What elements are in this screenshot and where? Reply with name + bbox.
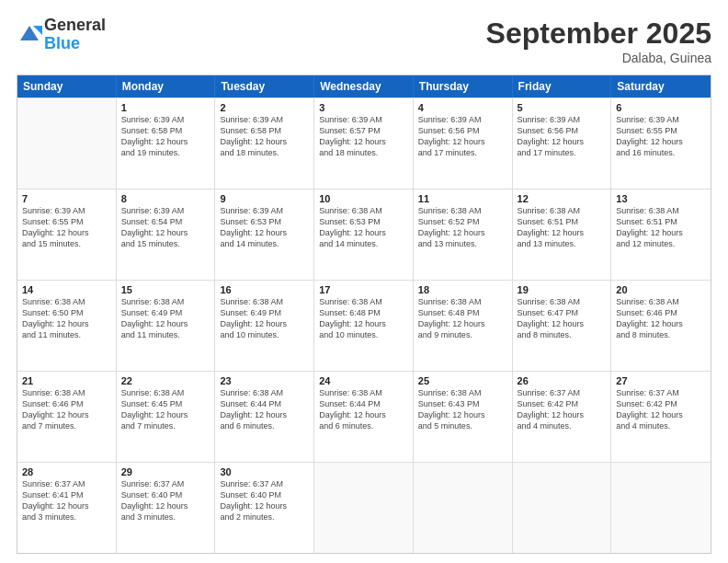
sun-info: Sunrise: 6:38 AMSunset: 6:48 PMDaylight:… — [418, 296, 507, 341]
sun-info: Sunrise: 6:38 AMSunset: 6:46 PMDaylight:… — [22, 387, 111, 432]
calendar-cell: 12Sunrise: 6:38 AMSunset: 6:51 PMDayligh… — [513, 190, 612, 280]
day-number: 14 — [22, 284, 111, 295]
calendar-cell — [414, 463, 513, 553]
sun-info: Sunrise: 6:37 AMSunset: 6:40 PMDaylight:… — [220, 478, 309, 523]
day-number: 10 — [319, 193, 408, 204]
sun-info: Sunrise: 6:38 AMSunset: 6:47 PMDaylight:… — [518, 296, 607, 341]
day-number: 25 — [418, 375, 507, 386]
logo-icon — [17, 22, 42, 48]
weekday-header-wednesday: Wednesday — [314, 75, 414, 98]
calendar-cell: 1Sunrise: 6:39 AMSunset: 6:58 PMDaylight… — [117, 98, 216, 189]
calendar-cell: 15Sunrise: 6:38 AMSunset: 6:49 PMDayligh… — [117, 281, 216, 371]
day-number: 2 — [220, 102, 309, 113]
sun-info: Sunrise: 6:37 AMSunset: 6:42 PMDaylight:… — [616, 387, 706, 432]
logo-general-text: General — [44, 17, 106, 35]
calendar-cell — [314, 463, 414, 553]
day-number: 8 — [121, 193, 210, 204]
day-number: 23 — [220, 375, 309, 386]
calendar-cell: 5Sunrise: 6:39 AMSunset: 6:56 PMDaylight… — [513, 98, 612, 189]
calendar-cell — [17, 98, 117, 189]
calendar-row-2: 7Sunrise: 6:39 AMSunset: 6:55 PMDaylight… — [17, 189, 711, 280]
calendar-cell: 30Sunrise: 6:37 AMSunset: 6:40 PMDayligh… — [215, 463, 314, 553]
calendar-cell — [513, 463, 612, 553]
weekday-header-friday: Friday — [513, 75, 612, 98]
logo-text: General Blue — [44, 17, 106, 53]
weekday-header-monday: Monday — [117, 75, 216, 98]
calendar-body: 1Sunrise: 6:39 AMSunset: 6:58 PMDaylight… — [17, 98, 711, 553]
calendar-page: General Blue September 2025 Dalaba, Guin… — [0, 0, 728, 563]
sun-info: Sunrise: 6:39 AMSunset: 6:57 PMDaylight:… — [319, 114, 408, 159]
calendar-cell: 2Sunrise: 6:39 AMSunset: 6:58 PMDaylight… — [215, 98, 314, 189]
sun-info: Sunrise: 6:38 AMSunset: 6:52 PMDaylight:… — [418, 205, 507, 250]
sun-info: Sunrise: 6:39 AMSunset: 6:58 PMDaylight:… — [220, 114, 309, 159]
sun-info: Sunrise: 6:38 AMSunset: 6:43 PMDaylight:… — [418, 387, 507, 432]
sun-info: Sunrise: 6:38 AMSunset: 6:49 PMDaylight:… — [121, 296, 210, 341]
sun-info: Sunrise: 6:39 AMSunset: 6:56 PMDaylight:… — [518, 114, 607, 159]
day-number: 30 — [220, 466, 309, 477]
day-number: 6 — [616, 102, 706, 113]
title-block: September 2025 Dalaba, Guinea — [486, 17, 711, 65]
sun-info: Sunrise: 6:37 AMSunset: 6:42 PMDaylight:… — [518, 387, 607, 432]
calendar-row-4: 21Sunrise: 6:38 AMSunset: 6:46 PMDayligh… — [17, 371, 711, 462]
calendar-cell: 23Sunrise: 6:38 AMSunset: 6:44 PMDayligh… — [215, 372, 314, 462]
sun-info: Sunrise: 6:38 AMSunset: 6:48 PMDaylight:… — [319, 296, 408, 341]
day-number: 29 — [121, 466, 210, 477]
sun-info: Sunrise: 6:39 AMSunset: 6:53 PMDaylight:… — [220, 205, 309, 250]
weekday-header-saturday: Saturday — [611, 75, 711, 98]
calendar-cell: 3Sunrise: 6:39 AMSunset: 6:57 PMDaylight… — [314, 98, 414, 189]
month-title: September 2025 — [486, 17, 711, 51]
sun-info: Sunrise: 6:39 AMSunset: 6:58 PMDaylight:… — [121, 114, 210, 159]
day-number: 22 — [121, 375, 210, 386]
sun-info: Sunrise: 6:39 AMSunset: 6:54 PMDaylight:… — [121, 205, 210, 250]
sun-info: Sunrise: 6:39 AMSunset: 6:56 PMDaylight:… — [418, 114, 507, 159]
day-number: 4 — [418, 102, 507, 113]
day-number: 24 — [319, 375, 408, 386]
sun-info: Sunrise: 6:38 AMSunset: 6:53 PMDaylight:… — [319, 205, 408, 250]
sun-info: Sunrise: 6:38 AMSunset: 6:49 PMDaylight:… — [220, 296, 309, 341]
day-number: 5 — [518, 102, 607, 113]
calendar: SundayMondayTuesdayWednesdayThursdayFrid… — [17, 75, 711, 554]
calendar-cell: 26Sunrise: 6:37 AMSunset: 6:42 PMDayligh… — [513, 372, 612, 462]
day-number: 20 — [616, 284, 706, 295]
day-number: 15 — [121, 284, 210, 295]
header: General Blue September 2025 Dalaba, Guin… — [17, 17, 711, 65]
calendar-cell: 19Sunrise: 6:38 AMSunset: 6:47 PMDayligh… — [513, 281, 612, 371]
calendar-cell: 11Sunrise: 6:38 AMSunset: 6:52 PMDayligh… — [414, 190, 513, 280]
sun-info: Sunrise: 6:38 AMSunset: 6:46 PMDaylight:… — [616, 296, 706, 341]
calendar-cell: 17Sunrise: 6:38 AMSunset: 6:48 PMDayligh… — [314, 281, 414, 371]
day-number: 19 — [518, 284, 607, 295]
day-number: 16 — [220, 284, 309, 295]
location: Dalaba, Guinea — [486, 51, 711, 65]
calendar-cell: 6Sunrise: 6:39 AMSunset: 6:55 PMDaylight… — [611, 98, 711, 189]
weekday-header-tuesday: Tuesday — [215, 75, 314, 98]
sun-info: Sunrise: 6:38 AMSunset: 6:45 PMDaylight:… — [121, 387, 210, 432]
calendar-cell: 18Sunrise: 6:38 AMSunset: 6:48 PMDayligh… — [414, 281, 513, 371]
calendar-cell — [611, 463, 711, 553]
calendar-cell: 4Sunrise: 6:39 AMSunset: 6:56 PMDaylight… — [414, 98, 513, 189]
day-number: 18 — [418, 284, 507, 295]
day-number: 11 — [418, 193, 507, 204]
day-number: 21 — [22, 375, 111, 386]
day-number: 13 — [616, 193, 706, 204]
calendar-cell: 14Sunrise: 6:38 AMSunset: 6:50 PMDayligh… — [17, 281, 117, 371]
day-number: 27 — [616, 375, 706, 386]
calendar-cell: 8Sunrise: 6:39 AMSunset: 6:54 PMDaylight… — [117, 190, 216, 280]
day-number: 3 — [319, 102, 408, 113]
calendar-row-1: 1Sunrise: 6:39 AMSunset: 6:58 PMDaylight… — [17, 98, 711, 189]
day-number: 17 — [319, 284, 408, 295]
sun-info: Sunrise: 6:37 AMSunset: 6:40 PMDaylight:… — [121, 478, 210, 523]
calendar-cell: 10Sunrise: 6:38 AMSunset: 6:53 PMDayligh… — [314, 190, 414, 280]
day-number: 7 — [22, 193, 111, 204]
calendar-cell: 24Sunrise: 6:38 AMSunset: 6:44 PMDayligh… — [314, 372, 414, 462]
calendar-cell: 13Sunrise: 6:38 AMSunset: 6:51 PMDayligh… — [611, 190, 711, 280]
day-number: 9 — [220, 193, 309, 204]
calendar-cell: 16Sunrise: 6:38 AMSunset: 6:49 PMDayligh… — [215, 281, 314, 371]
logo-blue-text: Blue — [44, 35, 106, 53]
day-number: 28 — [22, 466, 111, 477]
sun-info: Sunrise: 6:39 AMSunset: 6:55 PMDaylight:… — [616, 114, 706, 159]
calendar-row-3: 14Sunrise: 6:38 AMSunset: 6:50 PMDayligh… — [17, 280, 711, 371]
calendar-cell: 28Sunrise: 6:37 AMSunset: 6:41 PMDayligh… — [17, 463, 117, 553]
day-number: 12 — [518, 193, 607, 204]
logo: General Blue — [17, 17, 106, 53]
calendar-cell: 29Sunrise: 6:37 AMSunset: 6:40 PMDayligh… — [117, 463, 216, 553]
